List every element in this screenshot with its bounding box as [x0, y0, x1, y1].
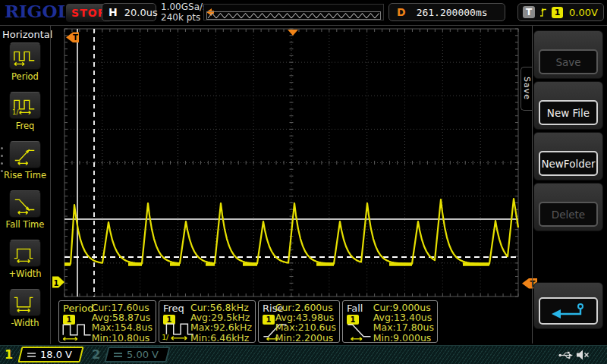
ch1-scale-value: 18.0 V — [40, 349, 72, 360]
return-arrow-icon — [547, 302, 590, 320]
measurement-values: Cur:2.600usAvg:43.98us Max:210.6usMin:2.… — [275, 303, 336, 343]
svg-text:1/: 1/ — [162, 333, 169, 340]
delete-button[interactable]: Delete — [539, 202, 598, 227]
softkey-group — [533, 282, 603, 329]
softkey-group: NewFolder — [533, 132, 603, 180]
fall-icon — [345, 320, 376, 340]
softkey-group: New File — [533, 81, 603, 130]
dc-coupling-icon — [114, 353, 122, 357]
measurement-panel-period[interactable]: Period 1 Cur:17.60usAvg:58.87us Max:154.… — [58, 300, 156, 343]
menu-divider — [532, 26, 533, 344]
new-folder-button[interactable]: NewFolder — [539, 151, 598, 176]
menu-tab-save: Save — [521, 67, 532, 111]
menu-back-button[interactable] — [539, 297, 598, 325]
new-file-button[interactable]: New File — [539, 100, 598, 125]
ch2-number[interactable]: 2 — [92, 347, 100, 362]
softkey-group: Delete — [533, 183, 603, 231]
trigger-position-flag-label: T — [73, 33, 78, 42]
measurement-panel-rise[interactable]: Rise 1 Cur:2.600usAvg:43.98us Max:210.6u… — [258, 300, 340, 343]
ch2-scale-value: 5.00 V — [127, 349, 159, 360]
ch2-scale-box[interactable]: 5.00 V — [104, 347, 170, 362]
measurement-panel-freq[interactable]: Freq 1 1/ Cur:56.8kHzAvg:29.5kHz Max:92.… — [159, 300, 256, 343]
save-button[interactable]: Save — [539, 49, 598, 74]
softkey-group: Save — [533, 30, 603, 79]
ch1-ground-marker-label: 1 — [54, 279, 59, 287]
measurement-values: Cur:17.60usAvg:58.87us Max:154.8usMin:10… — [92, 303, 153, 343]
channel-status-bar: 1 18.0 V 2 5.00 V — [0, 345, 607, 364]
ch1-scale-box[interactable]: 18.0 V — [17, 347, 83, 362]
trigger-delay-marker[interactable] — [288, 30, 298, 36]
usb-icon — [558, 350, 574, 360]
dc-coupling-icon — [27, 353, 36, 357]
ch1-number[interactable]: 1 — [5, 347, 13, 362]
measurement-values: Cur:9.000usAvg:13.40us Max:17.80usMin:9.… — [373, 303, 434, 343]
graticule — [64, 29, 518, 297]
measurement-panel-fall[interactable]: Fall 1 Cur:9.000usAvg:13.40us Max:17.80u… — [342, 300, 438, 343]
speaker-muted-icon — [576, 349, 590, 361]
measurement-values: Cur:56.8kHzAvg:29.5kHz Max:92.6kHzMin:6.… — [190, 303, 252, 343]
measurement-results-row: Period 1 Cur:17.60usAvg:58.87us Max:154.… — [58, 300, 438, 343]
